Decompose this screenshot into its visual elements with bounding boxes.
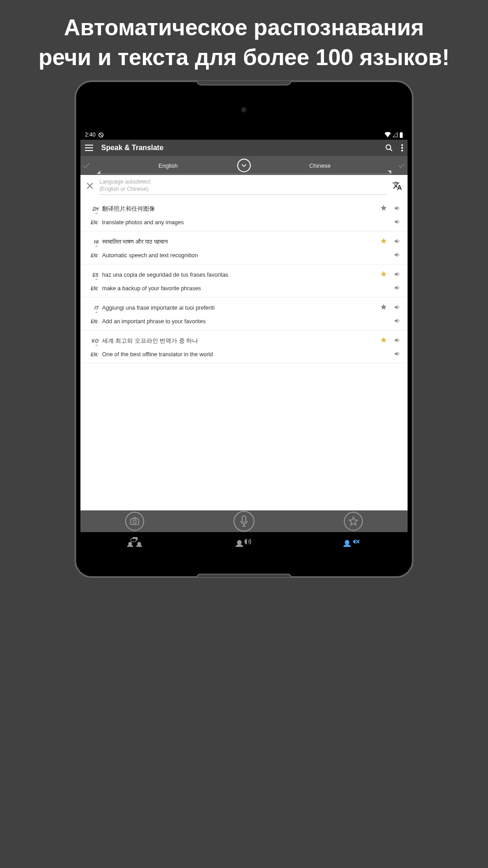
- battery-icon: [399, 132, 403, 138]
- svg-point-8: [133, 520, 136, 523]
- svg-rect-2: [400, 132, 403, 138]
- clear-input-icon[interactable]: [86, 181, 94, 193]
- status-bar: 2:40: [80, 130, 408, 140]
- text-input[interactable]: Language autodetect (English or Chinese): [99, 179, 387, 195]
- play-target-audio[interactable]: [394, 284, 400, 293]
- status-time: 2:40: [85, 132, 95, 138]
- bottom-nav: [80, 532, 408, 551]
- svg-point-5: [401, 147, 403, 149]
- favorite-toggle[interactable]: [380, 336, 387, 345]
- source-text: 翻译照片和任何图像: [101, 205, 377, 213]
- translate-icon[interactable]: [392, 181, 402, 193]
- action-bar: [80, 510, 408, 532]
- target-text: make a backup of your favorite phrases: [101, 285, 391, 292]
- target-lang-tag: EN:: [86, 352, 99, 357]
- source-language[interactable]: English: [92, 162, 244, 169]
- target-text: One of the best offline translator in th…: [101, 351, 391, 358]
- mic-icon: [240, 515, 248, 527]
- more-icon[interactable]: [401, 144, 403, 151]
- tablet-frame: 2:40 Speak & Translate English Chinese: [75, 80, 413, 578]
- svg-rect-13: [131, 538, 136, 542]
- tablet-notch: [197, 81, 291, 85]
- language-selector: English Chinese: [80, 156, 408, 175]
- translation-entry: KO⌃ 세계 최고의 오프라인 번역가 중 하나 EN: One of the …: [80, 330, 408, 363]
- search-icon[interactable]: [385, 144, 393, 152]
- target-lang-tag: EN:: [86, 253, 99, 258]
- target-text: translate photos and any images: [101, 219, 391, 226]
- svg-point-15: [345, 540, 349, 545]
- target-lang-tag: EN:: [86, 319, 99, 324]
- tablet-bottom-notch: [197, 574, 291, 577]
- play-target-audio[interactable]: [394, 218, 400, 227]
- play-source-audio[interactable]: [394, 337, 400, 345]
- source-text: स्वचालित भाषण और पाठ पहचान: [101, 239, 377, 245]
- signal-icon: [392, 132, 398, 137]
- source-lang-tag: ZH⌃: [86, 207, 99, 212]
- placeholder-line2: (English or Chinese): [99, 186, 149, 192]
- app-screen: 2:40 Speak & Translate English Chinese: [80, 130, 408, 551]
- source-lang-tag: HI⌃: [86, 240, 99, 245]
- target-lang-tag: EN:: [86, 220, 99, 225]
- target-text: Automatic speech and text recognition: [101, 252, 391, 259]
- swap-languages-button[interactable]: [237, 159, 251, 172]
- svg-rect-9: [242, 516, 246, 522]
- play-target-audio[interactable]: [394, 251, 400, 260]
- chevron-down-icon: [241, 163, 247, 168]
- favorite-toggle[interactable]: [380, 237, 387, 246]
- translation-list[interactable]: ZH⌃ 翻译照片和任何图像 EN: translate photos and a…: [80, 198, 408, 510]
- text-input-row: Language autodetect (English or Chinese): [80, 175, 408, 198]
- favorite-toggle[interactable]: [380, 204, 387, 213]
- play-source-audio[interactable]: [394, 271, 400, 279]
- promo-headline: Автоматическое распознавания речи и текс…: [0, 0, 488, 80]
- tablet-camera: [241, 107, 247, 113]
- nav-speak[interactable]: [234, 536, 252, 547]
- app-bar: Speak & Translate: [80, 140, 408, 156]
- star-icon: [348, 516, 358, 526]
- play-source-audio[interactable]: [394, 238, 400, 246]
- translation-entry: IT⌃ Aggiungi una frase importante ai tuo…: [80, 297, 408, 330]
- svg-rect-1: [401, 132, 402, 132]
- source-lang-tag: KO⌃: [86, 339, 99, 344]
- translation-entry: ES⌃ haz una copia de seguridad de tus fr…: [80, 264, 408, 297]
- translation-entry: ZH⌃ 翻译照片和任何图像 EN: translate photos and a…: [80, 198, 408, 231]
- play-source-audio[interactable]: [394, 304, 400, 312]
- source-text: Aggiungi una frase importante ai tuoi pr…: [101, 305, 377, 311]
- lang-triangle-right: [388, 170, 391, 174]
- no-circle-icon: [98, 132, 104, 138]
- favorite-toggle[interactable]: [380, 270, 387, 279]
- source-text: 세계 최고의 오프라인 번역가 중 하나: [101, 337, 377, 345]
- play-source-audio[interactable]: [394, 205, 400, 213]
- favorites-button[interactable]: [344, 512, 363, 531]
- app-title: Speak & Translate: [101, 144, 377, 152]
- favorite-toggle[interactable]: [380, 303, 387, 312]
- target-language[interactable]: Chinese: [244, 162, 396, 169]
- camera-button[interactable]: [125, 512, 144, 531]
- wifi-icon: [385, 132, 391, 137]
- svg-point-14: [237, 540, 242, 545]
- nav-offline[interactable]: [343, 536, 362, 547]
- lang-right-check[interactable]: [396, 160, 408, 171]
- lang-left-check[interactable]: [80, 160, 92, 171]
- nav-conversation[interactable]: [126, 536, 144, 547]
- play-target-audio[interactable]: [394, 317, 400, 326]
- mic-button[interactable]: [234, 511, 254, 532]
- placeholder-line1: Language autodetect: [99, 179, 150, 185]
- svg-point-3: [386, 145, 391, 150]
- lang-triangle-left: [97, 170, 100, 174]
- lang-underline: [97, 174, 391, 174]
- svg-point-4: [401, 144, 403, 146]
- source-lang-tag: ES⌃: [86, 273, 99, 278]
- play-target-audio[interactable]: [394, 350, 400, 359]
- menu-icon[interactable]: [85, 145, 93, 151]
- translation-entry: HI⌃ स्वचालित भाषण और पाठ पहचान EN: Autom…: [80, 231, 408, 264]
- source-lang-tag: IT⌃: [86, 306, 99, 311]
- source-text: haz una copia de seguridad de tus frases…: [101, 272, 377, 278]
- camera-icon: [130, 517, 140, 525]
- svg-point-6: [401, 150, 403, 151]
- target-text: Add an important phrase to your favorite…: [101, 318, 391, 325]
- target-lang-tag: EN:: [86, 286, 99, 291]
